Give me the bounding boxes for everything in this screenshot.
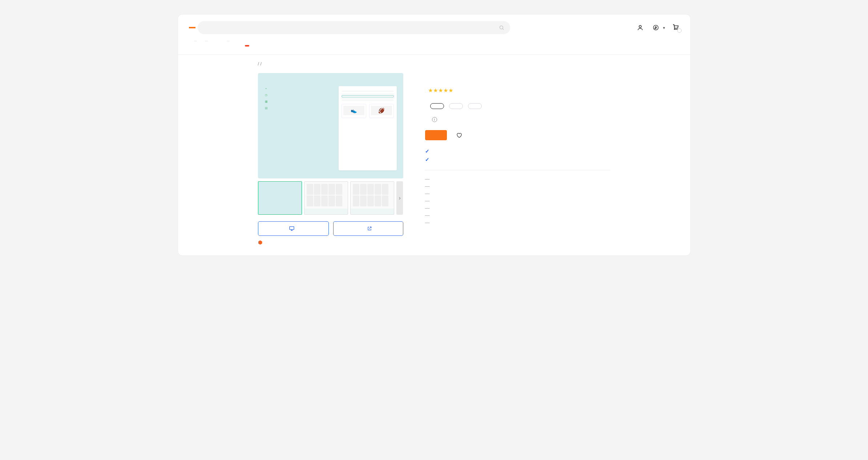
user-icon: [637, 24, 643, 31]
check-icon: ✓: [425, 148, 429, 154]
bullet-icon: ▦: [265, 100, 268, 104]
feature-item: [425, 205, 610, 211]
nav-badge: [194, 41, 197, 41]
chevron-down-icon: ▾: [663, 26, 665, 30]
explore-demo-button[interactable]: [258, 221, 329, 236]
add-to-cart-button[interactable]: [425, 130, 447, 140]
gallery-thumb[interactable]: [350, 181, 394, 215]
cart-button[interactable]: [672, 24, 679, 31]
svg-point-0: [500, 26, 503, 29]
pricing-note[interactable]: i: [430, 117, 437, 122]
nav-badge: [227, 41, 230, 41]
search-input[interactable]: [198, 21, 510, 34]
magento-icon: ⬢: [258, 239, 262, 245]
cart-count-badge: [677, 28, 682, 33]
svg-rect-4: [290, 227, 294, 230]
nav-badge: [205, 41, 208, 41]
compatibility-line: ⬢: [258, 239, 403, 245]
info-icon: i: [432, 117, 437, 122]
bullet-icon: ◷: [265, 93, 268, 97]
bullet-icon: ▪: [265, 87, 268, 90]
feature-item: [425, 198, 610, 203]
gallery-panel-mock: 👟 🏈: [339, 86, 397, 170]
gallery-thumb[interactable]: [258, 181, 302, 215]
feature-item: [425, 176, 610, 182]
feature-item: [425, 220, 610, 225]
edition-community[interactable]: [430, 103, 444, 109]
currency-selector[interactable]: ▾: [653, 25, 665, 31]
check-icon: ✓: [425, 157, 429, 162]
hot-badge: [245, 45, 249, 47]
feature-item: [425, 191, 610, 196]
heart-icon: [456, 132, 462, 138]
monitor-icon: [289, 226, 295, 231]
svg-line-1: [502, 29, 504, 30]
feature-item: [425, 183, 610, 189]
login-link[interactable]: [637, 24, 646, 31]
edition-magento-cloud[interactable]: [468, 103, 482, 109]
gallery-next-button[interactable]: ›: [396, 181, 403, 215]
breadcrumb: / /: [258, 61, 610, 66]
star-icons: ★★★★★: [428, 87, 453, 94]
add-to-wishlist-button[interactable]: [456, 132, 465, 138]
nav-special-offers[interactable]: [243, 42, 249, 48]
gallery-main-image[interactable]: ▪ ◷ ▦ ▤: [258, 73, 403, 178]
external-link-icon: [367, 226, 372, 231]
feature-list: [425, 176, 610, 225]
user-guide-button[interactable]: [333, 221, 403, 236]
feature-item: [425, 213, 610, 218]
currency-icon: [653, 25, 659, 31]
gallery-thumb[interactable]: [304, 181, 348, 215]
search-icon[interactable]: [499, 25, 504, 31]
main-nav: [178, 39, 690, 55]
bullet-icon: ▤: [265, 106, 268, 110]
edition-enterprise[interactable]: [449, 103, 463, 109]
svg-point-2: [639, 25, 641, 28]
